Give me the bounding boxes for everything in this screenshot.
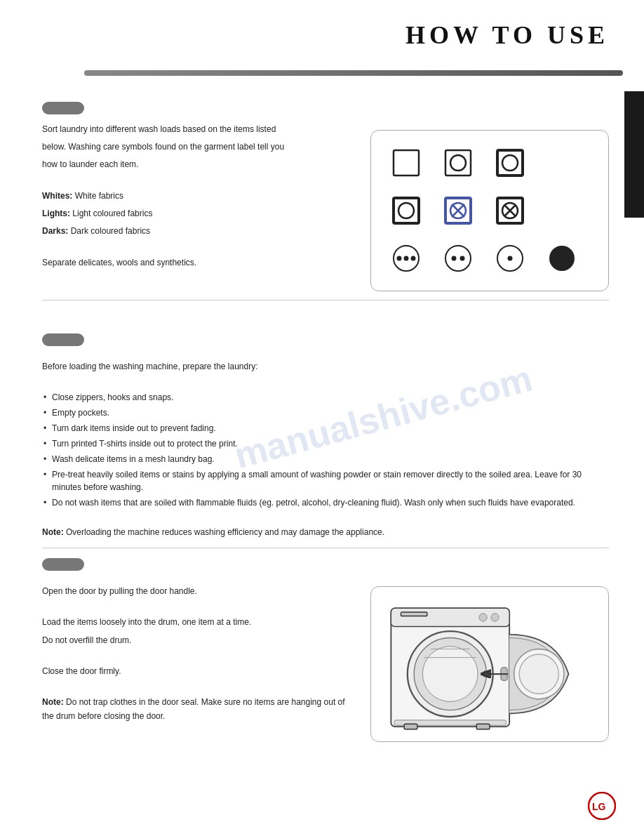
sym-one-dot-circle [492, 240, 528, 277]
svg-rect-3 [497, 150, 523, 176]
s1-line1: Sort laundry into different wash loads b… [42, 123, 349, 136]
step2-badge [42, 333, 84, 346]
svg-point-4 [502, 155, 518, 171]
svg-rect-37 [404, 724, 417, 729]
sym-circle-square [440, 145, 476, 181]
section-1-text: Sort laundry into different wash loads b… [42, 123, 349, 274]
svg-point-18 [412, 257, 415, 260]
s3-line4: Close the door firmly. [42, 665, 349, 678]
svg-point-17 [405, 257, 408, 260]
sym-two-dots-circle [440, 240, 476, 277]
s2-note: Note: Overloading the machine reduces wa… [42, 526, 609, 539]
section-1-content: Sort laundry into different wash loads b… [42, 123, 609, 291]
s1-line4: Whites: White fabrics [42, 190, 349, 203]
lg-logo: LG [588, 792, 616, 820]
sym-filled-circle [544, 240, 580, 277]
svg-point-27 [479, 614, 487, 621]
svg-point-21 [461, 257, 464, 260]
page-title: HOW TO USE [405, 20, 609, 50]
s1-line5: Lights: Light coloured fabrics [42, 207, 349, 220]
section-3: Open the door by pulling the door handle… [42, 558, 609, 742]
sym-circle-square-thick [492, 145, 528, 181]
sym-x-square-blue [440, 192, 476, 229]
s2-b5: Wash delicate items in a mesh laundry ba… [42, 453, 609, 465]
s1-line2: below. Washing care symbols found on the… [42, 140, 349, 154]
section-3-content: Open the door by pulling the door handle… [42, 579, 609, 742]
s3-line1: Open the door by pulling the door handle… [42, 585, 349, 598]
svg-point-6 [398, 203, 414, 218]
sym-circle-square-border [388, 192, 424, 229]
symbols-card [370, 130, 609, 291]
sym-plain-square [388, 145, 424, 181]
svg-point-28 [491, 614, 499, 621]
section-2: Before loading the washing machine, prep… [42, 333, 609, 557]
section-2-divider [42, 548, 609, 548]
symbols-row-1 [388, 145, 591, 181]
s1-line7: Separate delicates, wools and synthetics… [42, 256, 349, 270]
section-3-text: Open the door by pulling the door handle… [42, 585, 349, 727]
svg-rect-0 [394, 150, 419, 176]
s1-line6: Darks: Dark coloured fabrics [42, 225, 349, 238]
section-1: Sort laundry into different wash loads b… [42, 102, 609, 309]
section-2-text: Before loading the washing machine, prep… [42, 360, 609, 539]
svg-point-23 [509, 257, 512, 260]
svg-point-16 [398, 257, 401, 260]
svg-rect-5 [394, 198, 419, 223]
s2-b6: Pre-treat heavily soiled items or stains… [42, 468, 609, 494]
s1-line3: how to launder each item. [42, 158, 349, 171]
s2-b4: Turn printed T-shirts inside out to prot… [42, 437, 609, 450]
svg-point-20 [452, 257, 456, 260]
svg-rect-1 [445, 150, 471, 176]
svg-point-19 [445, 246, 471, 271]
washer-card [370, 586, 609, 742]
svg-point-24 [549, 246, 575, 271]
s2-b3: Turn dark items inside out to prevent fa… [42, 422, 609, 435]
side-tab [624, 91, 644, 218]
svg-point-2 [450, 155, 466, 171]
s3-note: Note: Do not trap clothes in the door se… [42, 696, 349, 722]
section-1-divider [42, 300, 609, 300]
s2-intro: Before loading the washing machine, prep… [42, 360, 609, 373]
s3-line2: Load the items loosely into the drum, on… [42, 616, 349, 629]
sym-three-dots-circle [388, 240, 424, 277]
step3-badge [42, 558, 84, 571]
symbols-row-2 [388, 192, 591, 229]
symbols-row-3 [388, 240, 591, 277]
svg-rect-38 [476, 724, 490, 729]
step1-badge [42, 102, 84, 114]
s2-b1: Close zippers, hooks and snaps. [42, 391, 609, 404]
s2-b2: Empty pockets. [42, 406, 609, 419]
svg-text:LG: LG [592, 801, 606, 812]
s2-b7: Do not wash items that are soiled with f… [42, 496, 609, 509]
page-header: HOW TO USE [0, 0, 644, 70]
content-area: Sort laundry into different wash loads b… [42, 81, 609, 792]
svg-point-32 [422, 647, 478, 702]
s3-line3: Do not overfill the drum. [42, 634, 349, 647]
washer-drawing [384, 594, 595, 734]
svg-rect-29 [401, 612, 427, 616]
sym-x-square [492, 192, 528, 229]
header-rule [84, 70, 623, 76]
svg-point-40 [519, 654, 558, 694]
